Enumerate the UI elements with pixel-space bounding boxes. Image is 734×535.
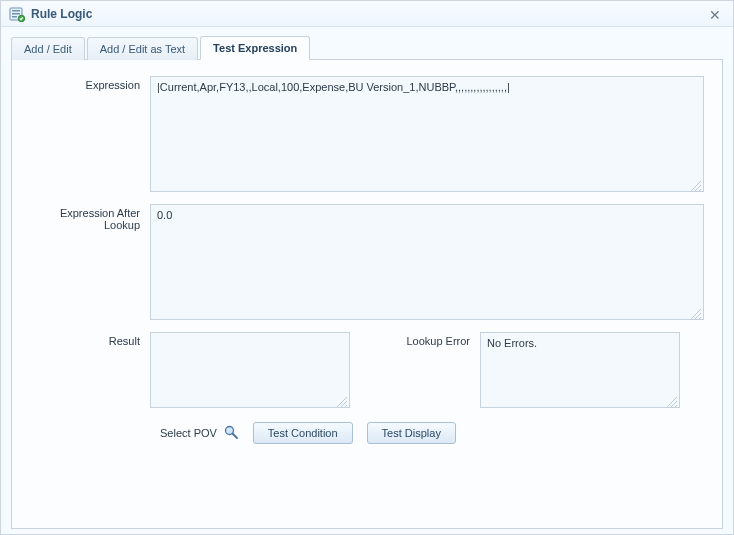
result-label: Result <box>30 332 150 410</box>
tab-add-edit[interactable]: Add / Edit <box>11 37 85 60</box>
result-textarea[interactable] <box>150 332 350 408</box>
expression-after-lookup-row: Expression After Lookup <box>30 204 704 322</box>
test-expression-panel: Expression Expression After Lookup Resul… <box>11 59 723 529</box>
tab-bar: Add / Edit Add / Edit as Text Test Expre… <box>1 27 733 59</box>
svg-rect-3 <box>12 16 17 18</box>
close-icon[interactable]: ✕ <box>705 5 725 25</box>
expression-after-lookup-textarea[interactable] <box>150 204 704 320</box>
test-display-button[interactable]: Test Display <box>367 422 456 444</box>
lookup-error-textarea[interactable] <box>480 332 680 408</box>
svg-rect-2 <box>12 13 20 15</box>
expression-after-lookup-label: Expression After Lookup <box>30 204 150 231</box>
expression-row: Expression <box>30 76 704 194</box>
expression-textarea[interactable] <box>150 76 704 192</box>
search-icon <box>223 424 239 442</box>
expression-label: Expression <box>30 76 150 91</box>
select-pov[interactable]: Select POV <box>160 424 239 442</box>
actions-row: Select POV Test Condition Test Display <box>160 422 704 444</box>
titlebar: Rule Logic <box>1 1 733 27</box>
window-title: Rule Logic <box>31 7 92 21</box>
select-pov-label: Select POV <box>160 427 217 439</box>
tab-add-edit-as-text[interactable]: Add / Edit as Text <box>87 37 198 60</box>
lookup-error-label: Lookup Error <box>390 332 480 410</box>
svg-line-6 <box>232 434 237 439</box>
rule-logic-icon <box>9 6 25 22</box>
tab-test-expression[interactable]: Test Expression <box>200 36 310 60</box>
svg-rect-1 <box>12 10 20 12</box>
rule-logic-window: Rule Logic ✕ Add / Edit Add / Edit as Te… <box>0 0 734 535</box>
test-condition-button[interactable]: Test Condition <box>253 422 353 444</box>
result-error-row: Result Lookup Error <box>30 332 704 410</box>
